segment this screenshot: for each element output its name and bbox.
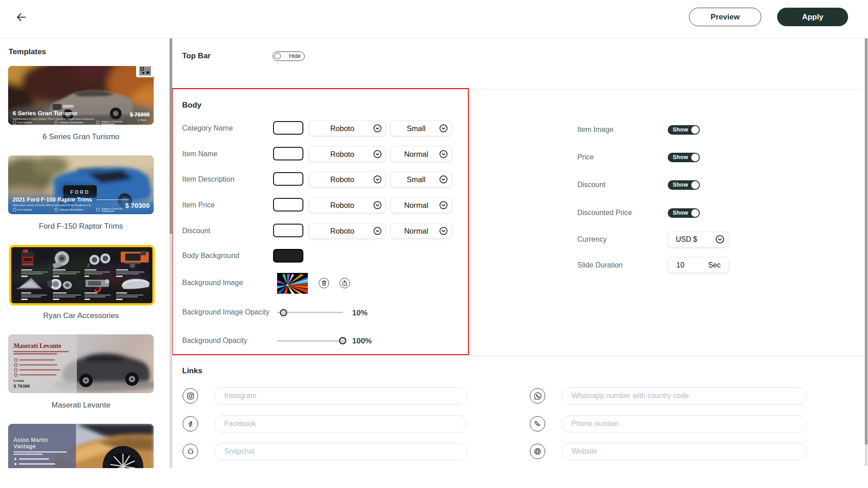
svg-text:Galvanic Embellisher: Galvanic Embellisher <box>60 121 84 124</box>
svg-text:Live Cockpit: Live Cockpit <box>18 121 32 124</box>
svg-text:Suspension: Suspension <box>101 210 114 212</box>
svg-text:Maserati Levante: Maserati Levante <box>14 343 61 349</box>
svg-text:$ 70300: $ 70300 <box>14 383 30 389</box>
svg-text:$ 74560: $ 74560 <box>14 379 24 383</box>
svg-text:Live Cockpit: Live Cockpit <box>18 208 32 211</box>
svg-text:6 Series Gran Turismo: 6 Series Gran Turismo <box>13 110 77 117</box>
svg-text:2021 Ford F-150 Raptor Trims: 2021 Ford F-150 Raptor Trims <box>13 197 92 203</box>
svg-text:Suspension: Suspension <box>101 122 114 125</box>
svg-text:Sophisticated in every respect: Sophisticated in every respect. This 6 s… <box>13 117 94 120</box>
svg-text:Aston Martin: Aston Martin <box>14 437 48 443</box>
svg-text:Vantage: Vantage <box>14 443 36 450</box>
svg-text:$ 76500: $ 76500 <box>138 119 147 122</box>
svg-text:Galvanic Embellisher: Galvanic Embellisher <box>60 208 84 211</box>
svg-text:$ 70300: $ 70300 <box>125 202 150 209</box>
svg-text:$ 75999: $ 75999 <box>130 112 150 118</box>
svg-text:High-output version of Ford's: High-output version of Ford's 450-hp twi… <box>13 204 91 206</box>
